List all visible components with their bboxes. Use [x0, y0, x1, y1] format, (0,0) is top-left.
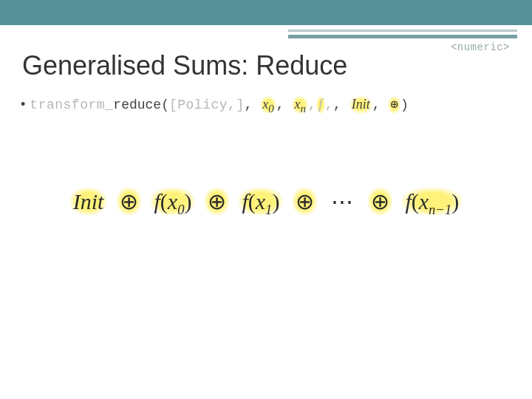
formula-term-0: f(x0) — [151, 188, 194, 215]
bullet-icon: • — [21, 97, 25, 112]
sig-comma2: , — [276, 98, 293, 112]
sig-oplus: ⊕ — [388, 96, 400, 114]
sig-comma5: , — [372, 98, 389, 112]
sig-init: Init — [349, 96, 372, 114]
top-bar — [0, 0, 532, 25]
oplus-icon: ⊕ — [293, 188, 317, 215]
sig-comma3-ghost: , — [308, 98, 316, 112]
oplus-icon: ⊕ — [205, 188, 229, 215]
sig-x0: x0 — [260, 96, 276, 114]
sig-f-ghost: f — [316, 96, 325, 114]
sig-comma1: , — [245, 98, 261, 112]
sig-close: ) — [400, 98, 409, 112]
sig-prefix-ghost1: t — [30, 98, 38, 112]
oplus-icon: ⊕ — [117, 188, 141, 215]
header-tag: <numeric> — [451, 41, 510, 53]
sig-reduce: reduce( — [113, 98, 169, 112]
function-signature: •transform_reduce([Policy,], x0, xn,f,, … — [21, 96, 511, 115]
formula-term-n: f(xn−1) — [402, 188, 462, 215]
sig-xn: xn — [292, 96, 308, 114]
formula-dots: ⋯ — [331, 189, 353, 214]
sig-prefix-ghost2: ransform_ — [38, 98, 114, 112]
sig-comma4: , — [333, 98, 349, 112]
slide-title: Generalised Sums: Reduce — [22, 50, 347, 81]
sig-policy-ghost: [Policy,] — [169, 98, 245, 112]
formula-init: Init — [70, 188, 107, 215]
sig-comma-after-f: , — [325, 98, 333, 112]
formula: Init ⊕ f(x0) ⊕ f(x1) ⊕ ⋯ ⊕ f(xn−1) — [0, 188, 532, 218]
formula-term-1: f(x1) — [239, 188, 282, 215]
oplus-icon: ⊕ — [368, 188, 392, 215]
